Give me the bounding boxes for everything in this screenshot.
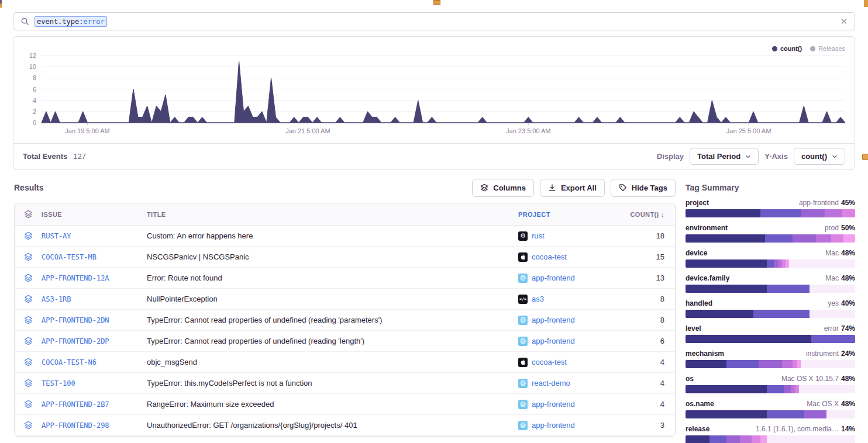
tag-bar-segment[interactable] (767, 259, 774, 268)
export-all-button[interactable]: Export All (540, 179, 605, 197)
project-link[interactable]: app-frontend (532, 400, 575, 409)
tag-summary-row: deviceMac48% (686, 249, 855, 268)
issue-stack-icon (15, 400, 42, 409)
tag-bar-segment[interactable] (784, 385, 791, 393)
project-link[interactable]: cocoa-test (532, 358, 567, 366)
issue-stack-icon (15, 337, 42, 345)
tag-bar-segment[interactable] (686, 435, 709, 443)
legend-item-count[interactable]: count() (772, 45, 802, 52)
count-value: 13 (619, 274, 675, 282)
project-link[interactable]: cocoa-test (532, 252, 567, 261)
tag-bar-segment[interactable] (791, 385, 796, 393)
issue-id-link[interactable]: APP-FRONTEND-2DN (42, 316, 147, 324)
column-header-issue[interactable]: ISSUE (42, 211, 147, 218)
tag-bar-segment[interactable] (843, 234, 855, 243)
tag-distribution-bar[interactable] (686, 360, 855, 368)
tag-bar-segment[interactable] (767, 385, 784, 393)
tag-distribution-bar[interactable] (686, 285, 855, 293)
tag-bar-segment[interactable] (767, 410, 804, 418)
hide-tags-button[interactable]: Hide Tags (611, 179, 676, 197)
yaxis-dropdown[interactable]: count() (794, 148, 845, 165)
project-link[interactable]: app-frontend (532, 274, 575, 282)
svg-text:Jan 23 5:00 AM: Jan 23 5:00 AM (506, 127, 550, 134)
tag-bar-segment[interactable] (726, 435, 740, 443)
issue-id-link[interactable]: TEST-100 (42, 379, 147, 387)
tag-distribution-bar[interactable] (686, 385, 855, 393)
tag-icon (619, 184, 627, 192)
tag-distribution-bar[interactable] (686, 335, 855, 343)
tag-bar-segment[interactable] (759, 360, 783, 368)
tag-bar-segment[interactable] (831, 234, 843, 243)
search-clear-icon[interactable]: ✕ (840, 17, 848, 26)
tag-bar-segment[interactable] (740, 435, 752, 443)
tag-distribution-bar[interactable] (686, 209, 855, 217)
tag-bar-segment[interactable] (793, 234, 817, 243)
project-link[interactable]: app-frontend (532, 337, 575, 345)
tag-top-percent: 14% (841, 425, 855, 433)
svg-text:10: 10 (29, 63, 36, 70)
search-query-token[interactable]: event.type:error (35, 16, 107, 27)
tag-bar-remainder (767, 435, 855, 443)
issue-id-link[interactable]: APP-FRONTEND-2DP (42, 337, 147, 345)
chart-footer: Total Events 127 Display Total Period Y-… (13, 143, 855, 169)
tag-bar-segment[interactable] (726, 360, 759, 368)
tag-bar-segment[interactable] (767, 285, 810, 293)
hide-tags-button-label: Hide Tags (632, 184, 667, 192)
tag-distribution-bar[interactable] (686, 435, 855, 443)
issue-id-link[interactable]: COCOA-TEST-MB (42, 253, 147, 261)
tag-distribution-bar[interactable] (686, 410, 855, 418)
tag-bar-segment[interactable] (825, 209, 842, 217)
tag-bar-segment[interactable] (765, 234, 792, 243)
tag-distribution-bar[interactable] (686, 310, 855, 318)
project-link[interactable]: rust (532, 231, 545, 240)
issue-id-link[interactable]: APP-FRONTEND-298 (42, 421, 147, 430)
issue-id-link[interactable]: APP-FRONTEND-12A (42, 274, 147, 282)
issue-id-link[interactable]: APP-FRONTEND-2B7 (42, 400, 147, 409)
display-dropdown[interactable]: Total Period (690, 148, 759, 165)
tag-bar-segment[interactable] (752, 435, 760, 443)
issue-id-link[interactable]: RUST-AY (42, 232, 147, 240)
issue-id-link[interactable]: COCOA-TEST-N6 (42, 358, 147, 366)
column-header-project[interactable]: PROJECT (518, 211, 619, 218)
tag-bar-segment[interactable] (686, 285, 767, 293)
total-events-value: 127 (73, 152, 86, 161)
columns-button[interactable]: Columns (472, 179, 534, 197)
count-value: 18 (619, 231, 675, 240)
issue-id-link[interactable]: AS3-1RB (42, 295, 147, 303)
tag-bar-segment[interactable] (686, 360, 726, 368)
tag-bar-segment[interactable] (811, 335, 855, 343)
tag-bar-segment[interactable] (686, 385, 767, 393)
export-all-button-label: Export All (561, 184, 597, 192)
tag-summary-row: handledyes40% (686, 299, 855, 318)
tag-bar-segment[interactable] (760, 435, 767, 443)
tag-bar-segment[interactable] (842, 209, 855, 217)
project-link[interactable]: react-demo (532, 379, 570, 387)
tag-bar-segment[interactable] (782, 360, 792, 368)
tag-bar-remainder (826, 410, 855, 418)
legend-item-releases[interactable]: Releases (810, 45, 845, 52)
tag-bar-segment[interactable] (774, 259, 779, 268)
tag-bar-segment[interactable] (753, 310, 810, 318)
tag-distribution-bar[interactable] (686, 259, 855, 268)
tag-bar-segment[interactable] (686, 209, 760, 217)
tag-bar-segment[interactable] (793, 360, 798, 368)
column-header-title[interactable]: TITLE (147, 211, 518, 218)
tag-bar-segment[interactable] (709, 435, 726, 443)
tag-bar-segment[interactable] (686, 410, 767, 418)
project-link[interactable]: app-frontend (532, 421, 575, 430)
tag-distribution-bar[interactable] (686, 234, 855, 243)
tag-top-percent: 40% (841, 299, 855, 307)
tag-bar-segment[interactable] (686, 310, 753, 318)
tag-bar-segment[interactable] (801, 209, 825, 217)
tag-bar-segment[interactable] (686, 335, 811, 343)
tag-bar-segment[interactable] (760, 209, 801, 217)
tag-bar-segment[interactable] (804, 410, 826, 418)
search-bar[interactable]: event.type:error ✕ (13, 12, 855, 30)
project-link[interactable]: as3 (532, 295, 544, 303)
project-link[interactable]: app-frontend (532, 316, 575, 324)
count-value: 4 (619, 358, 675, 366)
column-header-count[interactable]: COUNT() ↓ (619, 211, 675, 218)
tag-bar-segment[interactable] (686, 259, 767, 268)
tag-bar-segment[interactable] (816, 234, 831, 243)
tag-bar-segment[interactable] (686, 234, 765, 243)
